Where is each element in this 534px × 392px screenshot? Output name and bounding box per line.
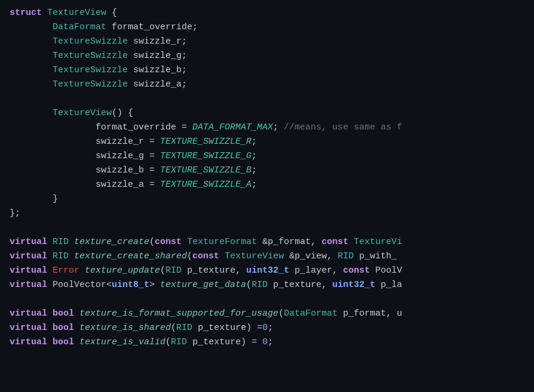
keyword-const-3: const: [192, 251, 219, 261]
number-zero-1: 0: [262, 323, 268, 333]
type-textureformat: TextureFormat: [187, 237, 257, 247]
code-line-21: [0, 292, 534, 307]
const-texture-swizzle-g: TEXTURE_SWIZZLE_G: [160, 151, 251, 161]
type-texturevi-truncated: TextureVi: [354, 237, 402, 247]
code-line-23: virtual bool texture_is_shared(RID p_tex…: [0, 321, 534, 335]
type-textureview-param: TextureView: [225, 251, 284, 261]
type-rid-3: RID: [165, 266, 182, 276]
code-line-20: virtual PoolVector<uint8_t> texture_get_…: [0, 278, 534, 292]
const-texture-swizzle-a: TEXTURE_SWIZZLE_A: [160, 180, 251, 190]
code-line-4: TextureSwizzle swizzle_g;: [0, 49, 534, 63]
code-line-15: };: [0, 206, 534, 221]
type-textureswizzle-g: TextureSwizzle: [53, 51, 128, 61]
type-error: Error: [53, 266, 79, 276]
type-textureswizzle-a: TextureSwizzle: [53, 79, 128, 89]
code-line-18: virtual RID texture_create_shared(const …: [0, 249, 534, 264]
method-texture-create-shared: texture_create_shared: [74, 251, 187, 261]
code-line-14: }: [0, 192, 534, 206]
code-line-11: swizzle_g = TEXTURE_SWIZZLE_G;: [0, 149, 534, 163]
keyword-virtual-3: virtual: [10, 266, 47, 276]
keyword-virtual-5: virtual: [10, 308, 47, 319]
keyword-virtual-6: virtual: [10, 323, 47, 333]
keyword-const-4: const: [343, 266, 370, 276]
const-texture-swizzle-b: TEXTURE_SWIZZLE_B: [160, 165, 251, 175]
code-line-7: [0, 92, 534, 106]
code-line-17: virtual RID texture_create(const Texture…: [0, 235, 534, 249]
comment-means: //means, use same as f: [284, 122, 402, 132]
code-line-10: swizzle_r = TEXTURE_SWIZZLE_R;: [0, 135, 534, 149]
method-texture-update: texture_update: [85, 266, 160, 276]
keyword-struct: struct: [10, 8, 42, 18]
method-texture-get-data: texture_get_data: [160, 280, 246, 290]
keyword-bool-1: bool: [53, 308, 74, 319]
code-line-22: virtual bool texture_is_format_supported…: [0, 307, 534, 321]
keyword-bool-3: bool: [53, 337, 74, 347]
type-rid-6: RID: [171, 337, 187, 347]
keyword-virtual-2: virtual: [10, 251, 47, 261]
method-texture-is-format-supported: texture_is_format_supported_for_usage: [79, 308, 278, 319]
code-line-1: struct TextureView {: [0, 6, 534, 20]
type-textureview: TextureView: [47, 8, 106, 18]
type-rid-4: RID: [251, 280, 268, 290]
code-line-3: TextureSwizzle swizzle_r;: [0, 35, 534, 49]
type-uint32-1: uint32_t: [246, 266, 289, 276]
type-dataformat: DataFormat: [53, 22, 106, 32]
number-zero-2: 0: [262, 337, 268, 347]
type-uint8: uint8_t: [112, 280, 149, 290]
code-line-19: virtual Error texture_update(RID p_textu…: [0, 264, 534, 278]
code-line-24: virtual bool texture_is_valid(RID p_text…: [0, 335, 534, 350]
type-dataformat-param: DataFormat: [284, 308, 337, 319]
method-texture-create: texture_create: [74, 237, 149, 247]
code-line-6: TextureSwizzle swizzle_a;: [0, 78, 534, 92]
keyword-virtual-7: virtual: [10, 337, 47, 347]
type-rid-5: RID: [176, 323, 192, 333]
keyword-bool-2: bool: [53, 323, 74, 333]
code-line-5: TextureSwizzle swizzle_b;: [0, 63, 534, 78]
keyword-const-2: const: [321, 237, 348, 247]
code-line-2: DataFormat format_override;: [0, 20, 534, 35]
type-textureswizzle-b: TextureSwizzle: [53, 65, 128, 75]
code-line-8: TextureView() {: [0, 106, 534, 121]
keyword-const-1: const: [155, 237, 182, 247]
method-texture-is-shared: texture_is_shared: [79, 323, 171, 333]
code-line-9: format_override = DATA_FORMAT_MAX; //mea…: [0, 121, 534, 135]
type-rid-1: RID: [53, 237, 69, 247]
type-rid-2: RID: [53, 251, 69, 261]
constructor-textureview: TextureView: [53, 108, 112, 118]
type-textureswizzle-r: TextureSwizzle: [53, 36, 128, 47]
const-texture-swizzle-r: TEXTURE_SWIZZLE_R: [160, 137, 251, 147]
const-data-format-max: DATA_FORMAT_MAX: [192, 122, 273, 132]
code-line-12: swizzle_b = TEXTURE_SWIZZLE_B;: [0, 163, 534, 178]
type-uint32-2: uint32_t: [332, 280, 375, 290]
code-line-13: swizzle_a = TEXTURE_SWIZZLE_A;: [0, 178, 534, 192]
keyword-virtual-4: virtual: [10, 280, 47, 290]
type-rid-param: RID: [337, 251, 354, 261]
keyword-virtual-1: virtual: [10, 237, 47, 247]
code-editor: struct TextureView { DataFormat format_o…: [0, 0, 534, 392]
code-line-16: [0, 221, 534, 235]
method-texture-is-valid: texture_is_valid: [79, 337, 165, 347]
